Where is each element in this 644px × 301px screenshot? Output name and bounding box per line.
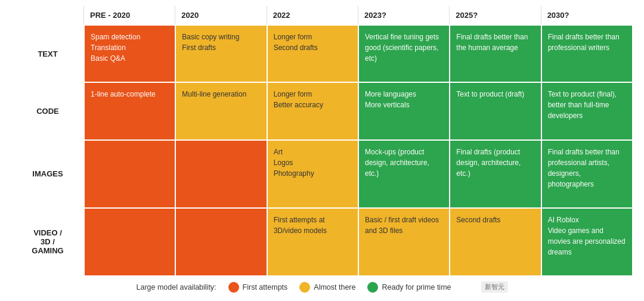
cell-r1-c1: Multi-line generation bbox=[175, 83, 266, 139]
cell-r0-c4: Final drafts better than the human avera… bbox=[449, 26, 540, 82]
legend-label-1: Almost there bbox=[314, 283, 355, 291]
cell-r0-c0: Spam detection Translation Basic Q&A bbox=[83, 26, 175, 82]
cell-text-r3-c5: AI Roblox Video games and movies are per… bbox=[548, 215, 626, 257]
cell-r3-c0 bbox=[83, 209, 175, 275]
legend-item-1: Almost there bbox=[299, 282, 355, 293]
data-rows: TEXTSpam detection Translation Basic Q&A… bbox=[12, 24, 632, 275]
cell-r2-c3: Mock-ups (product design, architecture, … bbox=[358, 141, 449, 207]
cell-r2-c0 bbox=[83, 141, 175, 207]
legend-dot-1 bbox=[299, 282, 310, 293]
cell-text-r0-c0: Spam detection Translation Basic Q&A bbox=[91, 32, 140, 64]
cell-r3-c3: Basic / first draft videos and 3D files bbox=[358, 209, 449, 275]
cell-r2-c2: Art Logos Photography bbox=[267, 141, 358, 207]
cell-r1-c3: More languages More verticals bbox=[358, 83, 449, 139]
cell-r3-c5: AI Roblox Video games and movies are per… bbox=[541, 209, 632, 275]
cell-text-r1-c1: Multi-line generation bbox=[182, 89, 246, 100]
cell-r1-c4: Text to product (draft) bbox=[449, 83, 540, 139]
cell-r1-c2: Longer form Better accuracy bbox=[267, 83, 358, 139]
data-row-2: IMAGESArt Logos PhotographyMock-ups (pro… bbox=[12, 139, 632, 207]
cell-text-r1-c4: Text to product (draft) bbox=[456, 89, 524, 100]
header-label-spacer bbox=[12, 6, 83, 24]
data-row-1: CODE1-line auto-completeMulti-line gener… bbox=[12, 82, 632, 139]
main-table: PRE - 2020 2020 2022 2023? 2025? 2030? T… bbox=[0, 0, 644, 275]
col-header-2022: 2022 bbox=[267, 6, 358, 24]
col-header-2025: 2025? bbox=[449, 6, 540, 24]
cell-text-r0-c3: Vertical fine tuning gets good (scientif… bbox=[365, 32, 443, 64]
cell-r0-c2: Longer form Second drafts bbox=[267, 26, 358, 82]
cell-r3-c1 bbox=[175, 209, 266, 275]
cell-r1-c5: Text to product (final), better than ful… bbox=[541, 83, 632, 139]
cell-text-r1-c2: Longer form Better accuracy bbox=[274, 89, 323, 110]
cell-text-r2-c2: Art Logos Photography bbox=[274, 147, 314, 179]
cell-r2-c1 bbox=[175, 141, 266, 207]
col-header-2023: 2023? bbox=[358, 6, 449, 24]
data-row-3: VIDEO / 3D / GAMINGFirst attempts at 3D/… bbox=[12, 207, 632, 275]
col-header-2020: 2020 bbox=[175, 6, 266, 24]
cell-r3-c4: Second drafts bbox=[449, 209, 540, 275]
cell-text-r2-c5: Final drafts better than professional ar… bbox=[548, 147, 626, 190]
row-label-2: IMAGES bbox=[12, 141, 83, 207]
cell-text-r3-c2: First attempts at 3D/video models bbox=[274, 215, 352, 236]
legend-item-2: Ready for prime time bbox=[367, 282, 451, 293]
cell-text-r0-c4: Final drafts better than the human avera… bbox=[456, 32, 534, 53]
cell-text-r3-c3: Basic / first draft videos and 3D files bbox=[365, 215, 443, 236]
cell-r3-c2: First attempts at 3D/video models bbox=[267, 209, 358, 275]
cell-r2-c4: Final drafts (product design, architectu… bbox=[449, 141, 540, 207]
cell-text-r0-c5: Final drafts better than professional wr… bbox=[548, 32, 626, 53]
cell-text-r0-c2: Longer form Second drafts bbox=[274, 32, 318, 53]
row-label-3: VIDEO / 3D / GAMING bbox=[12, 209, 83, 275]
cell-text-r2-c4: Final drafts (product design, architectu… bbox=[456, 147, 534, 179]
cell-r1-c0: 1-line auto-complete bbox=[83, 83, 175, 139]
cell-r0-c5: Final drafts better than professional wr… bbox=[541, 26, 632, 82]
legend-item-0: First attempts bbox=[228, 282, 288, 293]
legend-prefix: Large model availability: bbox=[136, 283, 216, 291]
legend-label-0: First attempts bbox=[243, 283, 288, 291]
data-row-0: TEXTSpam detection Translation Basic Q&A… bbox=[12, 24, 632, 82]
legend-label-2: Ready for prime time bbox=[382, 283, 451, 291]
cell-r0-c3: Vertical fine tuning gets good (scientif… bbox=[358, 26, 449, 82]
cell-text-r3-c4: Second drafts bbox=[456, 215, 500, 225]
legend-dot-2 bbox=[367, 282, 378, 293]
row-label-1: CODE bbox=[12, 83, 83, 139]
legend-row: Large model availability: First attempts… bbox=[0, 275, 644, 301]
header-row: PRE - 2020 2020 2022 2023? 2025? 2030? bbox=[12, 6, 632, 24]
watermark-text: 新智元 bbox=[481, 281, 508, 293]
col-header-2030: 2030? bbox=[541, 6, 632, 24]
cell-text-r2-c3: Mock-ups (product design, architecture, … bbox=[365, 147, 443, 179]
col-header-pre2020: PRE - 2020 bbox=[83, 6, 175, 24]
row-label-0: TEXT bbox=[12, 26, 83, 82]
cell-text-r1-c0: 1-line auto-complete bbox=[91, 89, 156, 100]
cell-r0-c1: Basic copy writing First drafts bbox=[175, 26, 266, 82]
legend-dot-0 bbox=[228, 282, 239, 293]
cell-r2-c5: Final drafts better than professional ar… bbox=[541, 141, 632, 207]
cell-text-r1-c5: Text to product (final), better than ful… bbox=[548, 89, 626, 121]
cell-text-r1-c3: More languages More verticals bbox=[365, 89, 416, 110]
watermark: 新智元 bbox=[481, 281, 508, 293]
cell-text-r0-c1: Basic copy writing First drafts bbox=[182, 32, 239, 53]
